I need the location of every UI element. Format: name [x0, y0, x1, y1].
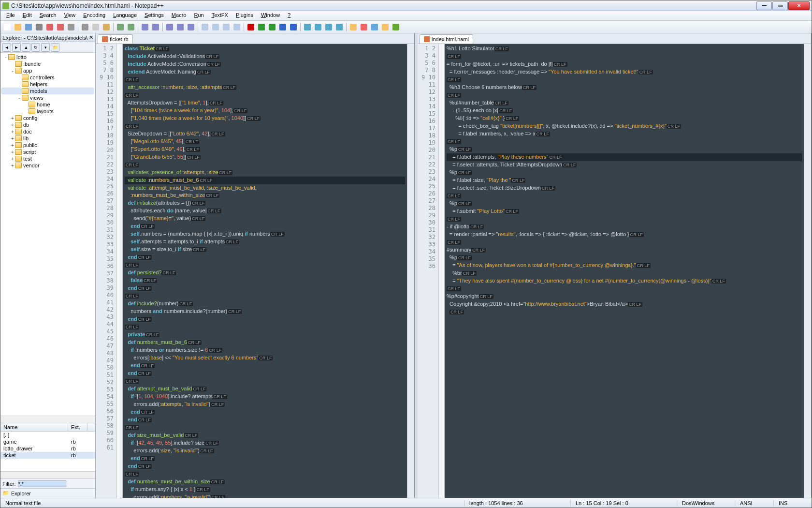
tab-ticket-rb[interactable]: ticket.rb: [98, 34, 133, 44]
fav-dropdown[interactable]: ▾: [41, 43, 50, 52]
fold-button[interactable]: [232, 22, 242, 32]
tree-item-app[interactable]: -app: [1, 67, 94, 74]
replace-icon: [152, 24, 159, 30]
playfast-button[interactable]: [267, 22, 277, 32]
rec-button[interactable]: [246, 22, 256, 32]
menu-edit[interactable]: Edit: [19, 11, 36, 20]
redo-button[interactable]: [126, 22, 136, 32]
tree-item-controllers[interactable]: controllers: [1, 74, 94, 81]
sortasc-button[interactable]: [303, 22, 312, 32]
tree-hscrollbar[interactable]: [0, 416, 95, 423]
menu-run[interactable]: Run: [190, 11, 207, 20]
new-button[interactable]: [2, 22, 12, 32]
showall-button[interactable]: [211, 22, 220, 32]
nav-back-button[interactable]: ◄: [2, 43, 11, 52]
filter-input[interactable]: [18, 480, 66, 487]
save-button[interactable]: [24, 22, 33, 32]
fold-column-left[interactable]: [117, 44, 123, 498]
tree-item-config[interactable]: +config: [1, 115, 94, 121]
close-button[interactable]: [45, 22, 55, 32]
folder-tree[interactable]: -lotto.bundle-appcontrollershelpersmodel…: [0, 53, 95, 416]
open-button[interactable]: [13, 22, 23, 32]
undo-button[interactable]: [116, 22, 125, 32]
tab-index-haml[interactable]: index.html.haml: [420, 34, 473, 44]
fit-button[interactable]: [186, 22, 196, 32]
tree-item-helpers[interactable]: helpers: [1, 81, 94, 88]
find-button[interactable]: [140, 22, 150, 32]
file-row-[..][interactable]: [..]: [0, 432, 95, 438]
menu-language[interactable]: Language: [109, 11, 141, 20]
print-button[interactable]: [66, 22, 76, 32]
spellcheck-icon: [392, 24, 399, 30]
zoomin-button[interactable]: [165, 22, 174, 32]
stopall-button[interactable]: [289, 22, 298, 32]
menu-window[interactable]: Window: [257, 11, 284, 20]
menu-?[interactable]: ?: [284, 11, 294, 20]
refresh-button[interactable]: ↻: [31, 43, 40, 52]
zoomout-button[interactable]: [175, 22, 185, 32]
filelist-hscrollbar[interactable]: [0, 471, 95, 478]
tree-item-views[interactable]: -views: [1, 94, 94, 101]
tree-item-vendor[interactable]: +vendor: [1, 162, 94, 169]
copy-button[interactable]: [91, 22, 101, 32]
code-editor-right[interactable]: %h1 Lotto SimulatorCR LFCR LF= form_for …: [445, 44, 804, 498]
menu-view[interactable]: View: [60, 11, 80, 20]
settings-button[interactable]: [348, 22, 358, 32]
code-editor-left[interactable]: class TicketCR LF include ActiveModel::V…: [123, 44, 407, 498]
menu-textfx[interactable]: TextFX: [208, 11, 232, 20]
tree-item-.bundle[interactable]: .bundle: [1, 60, 94, 67]
menu-search[interactable]: Search: [36, 11, 60, 20]
menu-settings[interactable]: Settings: [141, 11, 168, 20]
tree-item-home[interactable]: home: [1, 101, 94, 108]
tree-item-db[interactable]: +db: [1, 121, 94, 128]
paste-button[interactable]: [102, 22, 111, 32]
sortasc-icon: [304, 24, 311, 30]
stop-button[interactable]: [278, 22, 288, 32]
file-row-game[interactable]: gamerb: [0, 438, 95, 445]
autocomplete-button[interactable]: [334, 22, 344, 32]
folder-icon: [22, 95, 29, 101]
nav-up-button[interactable]: ▲: [22, 43, 30, 52]
explorer-close-icon[interactable]: ✕: [89, 34, 93, 41]
explorer-bottom-tab[interactable]: 📁 Explorer: [0, 488, 95, 498]
tree-item-layouts[interactable]: layouts: [1, 108, 94, 115]
play-button[interactable]: [257, 22, 266, 32]
minimize-button[interactable]: —: [756, 1, 772, 10]
menu-file[interactable]: File: [2, 11, 19, 20]
replace-button[interactable]: [151, 22, 160, 32]
sortdesc-icon: [315, 24, 321, 30]
indentguide-button[interactable]: [324, 22, 334, 32]
spellcheck-button[interactable]: [391, 22, 401, 32]
vscrollbar-left[interactable]: [407, 44, 414, 498]
tree-item-test[interactable]: +test: [1, 155, 94, 162]
file-row-ticket[interactable]: ticketrb: [0, 452, 95, 459]
newfolder-button[interactable]: 📁: [51, 43, 59, 52]
file-row-lotto_drawer[interactable]: lotto_drawerrb: [0, 445, 95, 452]
tree-item-doc[interactable]: +doc: [1, 128, 94, 135]
saveall-button[interactable]: [34, 22, 44, 32]
maximize-button[interactable]: ▭: [772, 1, 788, 10]
heart-button[interactable]: [359, 22, 369, 32]
closeall-button[interactable]: [56, 22, 65, 32]
tree-item-lotto[interactable]: -lotto: [1, 54, 94, 60]
sortdesc-button[interactable]: [313, 22, 323, 32]
tree-item-models[interactable]: models: [1, 88, 94, 94]
fold-column-right[interactable]: [439, 44, 445, 498]
tree-item-lib[interactable]: +lib: [1, 135, 94, 142]
file-list[interactable]: [..]gamerblotto_drawerrbticketrb: [0, 432, 95, 471]
menu-macro[interactable]: Macro: [168, 11, 190, 20]
tree-item-script[interactable]: +script: [1, 149, 94, 155]
vscrollbar-right[interactable]: [804, 44, 811, 498]
indent-button[interactable]: [221, 22, 231, 32]
menu-encoding[interactable]: Encoding: [79, 11, 109, 20]
menu-plugins[interactable]: Plugins: [232, 11, 257, 20]
col-name[interactable]: Name: [0, 423, 68, 431]
col-ext[interactable]: Ext.: [68, 423, 87, 431]
doc-button[interactable]: [380, 22, 390, 32]
help-button[interactable]: [370, 22, 379, 32]
close-button[interactable]: ✕: [788, 1, 810, 10]
nav-fwd-button[interactable]: ►: [12, 43, 21, 52]
tree-item-public[interactable]: +public: [1, 142, 94, 149]
cut-button[interactable]: [80, 22, 90, 32]
wrap-button[interactable]: [200, 22, 210, 32]
